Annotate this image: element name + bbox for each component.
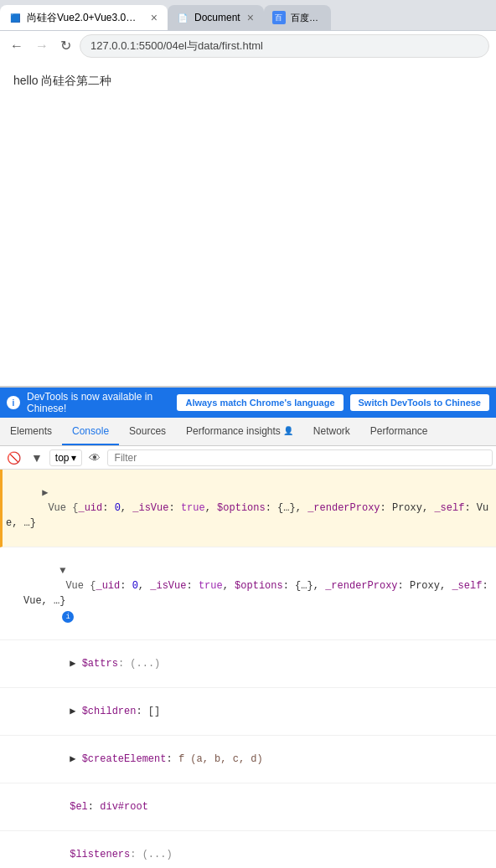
tab-performance[interactable]: Performance bbox=[360, 418, 438, 445]
refresh-button[interactable]: ↻ bbox=[57, 36, 75, 55]
console-output: ▶ Vue {_uid: 0, _isVue: true, $options: … bbox=[0, 470, 496, 868]
notification-icon: i bbox=[7, 396, 20, 409]
page-content: hello 尚硅谷第二种 bbox=[0, 60, 496, 387]
tab-title-trans: 百度翻译-200 bbox=[291, 12, 323, 24]
console-line-1: ▶ Vue {_uid: 0, _isVue: true, $options: … bbox=[0, 470, 496, 547]
devtools-tabs: Elements Console Sources Performance ins… bbox=[0, 418, 496, 446]
tab-sources[interactable]: Sources bbox=[119, 418, 176, 445]
tab-favicon-trans: 百 bbox=[272, 11, 286, 24]
tab-network[interactable]: Network bbox=[303, 418, 360, 445]
filter-input[interactable] bbox=[107, 449, 493, 466]
eye-toggle-button[interactable]: 👁 bbox=[85, 449, 104, 466]
context-selector[interactable]: top ▾ bbox=[49, 449, 82, 466]
console-line-createelement: ▶ $createElement: f (a, b, c, d) bbox=[0, 736, 496, 783]
context-label: top bbox=[55, 452, 70, 464]
tab-elements[interactable]: Elements bbox=[0, 418, 62, 445]
expand-icon-1: ▶ bbox=[42, 487, 48, 499]
browser-chrome: 🟦 尚硅谷Vue2.0+Vue3.0全套教程 × 📄 Document × 百 … bbox=[0, 0, 496, 60]
info-icon: i bbox=[62, 611, 74, 623]
tab-title-doc: Document bbox=[194, 12, 240, 23]
console-line-el: $el: div#root bbox=[0, 783, 496, 831]
switch-devtools-button[interactable]: Switch DevTools to Chinese bbox=[350, 394, 490, 411]
address-bar: ← → ↻ 127.0.0.1:5500/04el与data/first.htm… bbox=[0, 30, 496, 60]
filter-toggle-button[interactable]: ▼ bbox=[28, 449, 46, 466]
notification-text: DevTools is now available in Chinese! bbox=[27, 391, 170, 414]
devtools-panel: i DevTools is now available in Chinese! … bbox=[0, 387, 496, 868]
tab-translate[interactable]: 百 百度翻译-200 bbox=[264, 5, 331, 30]
console-line-children: ▶ $children: [] bbox=[0, 688, 496, 736]
tab-title-vue: 尚硅谷Vue2.0+Vue3.0全套教程 bbox=[27, 11, 144, 25]
console-line-2: ▼ Vue {_uid: 0, _isVue: true, $options: … bbox=[0, 547, 496, 640]
tab-close-doc[interactable]: × bbox=[245, 9, 256, 26]
tab-document[interactable]: 📄 Document × bbox=[168, 5, 264, 30]
clear-console-button[interactable]: 🚫 bbox=[3, 449, 24, 466]
context-dropdown-icon: ▾ bbox=[71, 452, 76, 464]
console-toolbar: 🚫 ▼ top ▾ 👁 bbox=[0, 446, 496, 470]
tab-favicon-vue: 🟦 bbox=[8, 11, 22, 24]
tab-console[interactable]: Console bbox=[62, 418, 119, 445]
tab-bar: 🟦 尚硅谷Vue2.0+Vue3.0全套教程 × 📄 Document × 百 … bbox=[0, 0, 496, 30]
url-bar[interactable]: 127.0.0.1:5500/04el与data/first.html bbox=[80, 34, 489, 58]
expand-icon-2: ▼ bbox=[59, 565, 65, 577]
console-line-attrs: ▶ $attrs: (...) bbox=[0, 640, 496, 688]
tab-close-vue[interactable]: × bbox=[149, 9, 159, 26]
console-line-listeners: $listeners: (...) bbox=[0, 831, 496, 868]
devtools-notification-bar: i DevTools is now available in Chinese! … bbox=[0, 388, 496, 418]
performance-insights-icon: 👤 bbox=[283, 426, 293, 435]
tab-favicon-doc: 📄 bbox=[176, 11, 189, 24]
match-language-button[interactable]: Always match Chrome's language bbox=[177, 394, 343, 411]
forward-button[interactable]: → bbox=[32, 37, 52, 55]
tab-performance-insights[interactable]: Performance insights 👤 bbox=[176, 418, 303, 445]
page-main-text: hello 尚硅谷第二种 bbox=[13, 74, 111, 87]
tab-vue[interactable]: 🟦 尚硅谷Vue2.0+Vue3.0全套教程 × bbox=[0, 5, 168, 30]
back-button[interactable]: ← bbox=[7, 37, 27, 55]
